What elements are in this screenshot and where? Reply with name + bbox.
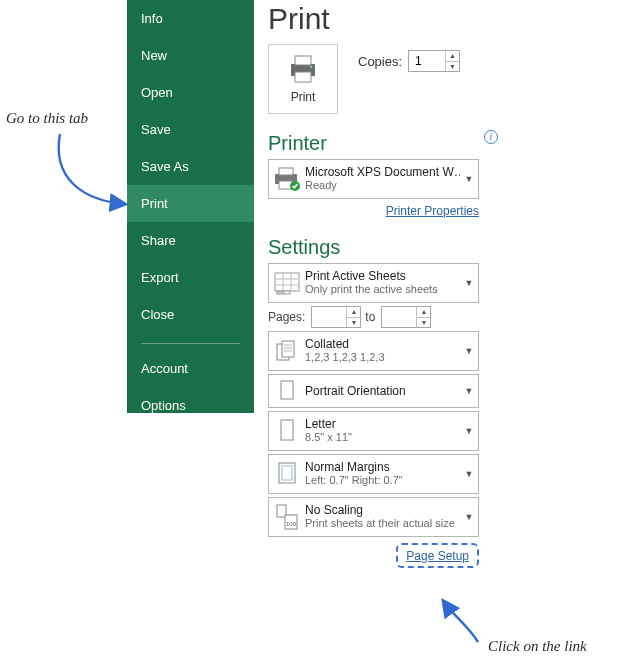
- sidebar-item-account[interactable]: Account: [127, 350, 254, 387]
- sidebar-item-options[interactable]: Options: [127, 387, 254, 424]
- collate-sub: 1,2,3 1,2,3 1,2,3: [305, 351, 460, 363]
- chevron-down-icon: ▼: [460, 455, 478, 493]
- pages-from-spinner[interactable]: ▲▼: [311, 306, 361, 328]
- copies-down[interactable]: ▼: [446, 62, 459, 72]
- chevron-down-icon: ▼: [460, 498, 478, 536]
- print-what-dropdown[interactable]: Print Active Sheets Only print the activ…: [268, 263, 479, 303]
- svg-rect-1: [295, 56, 311, 65]
- page-title: Print: [268, 0, 498, 36]
- pages-from-input[interactable]: [312, 307, 346, 327]
- chevron-down-icon: ▼: [460, 412, 478, 450]
- sidebar-item-new[interactable]: New: [127, 37, 254, 74]
- pages-to-up[interactable]: ▲: [417, 307, 430, 318]
- print-what-sub: Only print the active sheets: [305, 283, 460, 295]
- svg-rect-16: [282, 341, 294, 357]
- printer-properties-link[interactable]: Printer Properties: [386, 204, 479, 218]
- pages-to-label: to: [365, 310, 375, 324]
- print-button-label: Print: [291, 90, 316, 104]
- printer-device-icon: [269, 160, 305, 198]
- svg-rect-13: [277, 291, 283, 294]
- paper-title: Letter: [305, 417, 460, 431]
- sidebar-separator: [141, 343, 240, 344]
- collate-icon: [269, 332, 305, 370]
- pages-from-up[interactable]: ▲: [347, 307, 360, 318]
- pages-to-input[interactable]: [382, 307, 416, 327]
- margins-dropdown[interactable]: Normal Margins Left: 0.7" Right: 0.7" ▼: [268, 454, 479, 494]
- printer-status: Ready: [305, 179, 460, 191]
- page-icon: [269, 412, 305, 450]
- pages-from-down[interactable]: ▼: [347, 318, 360, 328]
- margins-title: Normal Margins: [305, 460, 460, 474]
- paper-size-dropdown[interactable]: Letter 8.5" x 11" ▼: [268, 411, 479, 451]
- chevron-down-icon: ▼: [460, 375, 478, 407]
- printer-dropdown[interactable]: Microsoft XPS Document W… Ready ▼: [268, 159, 479, 199]
- svg-rect-2: [295, 72, 311, 82]
- copies-input[interactable]: [409, 51, 445, 71]
- pages-range-row: Pages: ▲▼ to ▲▼: [268, 306, 479, 328]
- annotation-click-link: Click on the link: [488, 638, 587, 655]
- copies-up[interactable]: ▲: [446, 51, 459, 62]
- svg-rect-8: [275, 273, 299, 291]
- svg-rect-20: [281, 381, 293, 399]
- svg-rect-21: [281, 420, 293, 440]
- pages-to-spinner[interactable]: ▲▼: [381, 306, 431, 328]
- print-button[interactable]: Print: [268, 44, 338, 114]
- backstage-sidebar: Info New Open Save Save As Print Share E…: [127, 0, 254, 413]
- printer-icon: [286, 54, 320, 84]
- scaling-sub: Print sheets at their actual size: [305, 517, 460, 529]
- svg-rect-5: [279, 168, 293, 175]
- print-panel: Print Print Copies: ▲: [268, 0, 498, 568]
- chevron-down-icon: ▼: [460, 332, 478, 370]
- printer-heading: Printer: [268, 132, 327, 155]
- page-setup-highlight: Page Setup: [396, 543, 479, 568]
- scaling-icon: 100: [269, 498, 305, 536]
- chevron-down-icon: ▼: [460, 264, 478, 302]
- scaling-title: No Scaling: [305, 503, 460, 517]
- pages-to-down[interactable]: ▼: [417, 318, 430, 328]
- annotation-arrow-tab: [42, 128, 132, 218]
- margins-sub: Left: 0.7" Right: 0.7": [305, 474, 460, 486]
- chevron-down-icon: ▼: [460, 160, 478, 198]
- sidebar-item-export[interactable]: Export: [127, 259, 254, 296]
- sidebar-item-share[interactable]: Share: [127, 222, 254, 259]
- printer-name: Microsoft XPS Document W…: [305, 165, 460, 179]
- orientation-title: Portrait Orientation: [305, 384, 406, 398]
- sidebar-item-open[interactable]: Open: [127, 74, 254, 111]
- collate-title: Collated: [305, 337, 460, 351]
- sidebar-item-info[interactable]: Info: [127, 0, 254, 37]
- scaling-dropdown[interactable]: 100 No Scaling Print sheets at their act…: [268, 497, 479, 537]
- collate-dropdown[interactable]: Collated 1,2,3 1,2,3 1,2,3 ▼: [268, 331, 479, 371]
- copies-spinner[interactable]: ▲ ▼: [408, 50, 460, 72]
- sheets-icon: [269, 264, 305, 302]
- portrait-icon: [269, 375, 305, 407]
- svg-text:100: 100: [286, 521, 297, 527]
- settings-heading: Settings: [268, 236, 498, 259]
- copies-label: Copies:: [358, 54, 402, 69]
- sidebar-item-save-as[interactable]: Save As: [127, 148, 254, 185]
- page-setup-link[interactable]: Page Setup: [406, 549, 469, 563]
- paper-sub: 8.5" x 11": [305, 431, 460, 443]
- printer-info-icon[interactable]: i: [484, 130, 498, 144]
- print-what-title: Print Active Sheets: [305, 269, 460, 283]
- sidebar-item-save[interactable]: Save: [127, 111, 254, 148]
- pages-label: Pages:: [268, 310, 305, 324]
- svg-point-3: [310, 66, 313, 69]
- annotation-go-to-tab: Go to this tab: [6, 110, 88, 127]
- orientation-dropdown[interactable]: Portrait Orientation ▼: [268, 374, 479, 408]
- sidebar-item-print[interactable]: Print: [127, 185, 254, 222]
- svg-rect-14: [284, 291, 290, 294]
- margins-icon: [269, 455, 305, 493]
- sidebar-item-close[interactable]: Close: [127, 296, 254, 333]
